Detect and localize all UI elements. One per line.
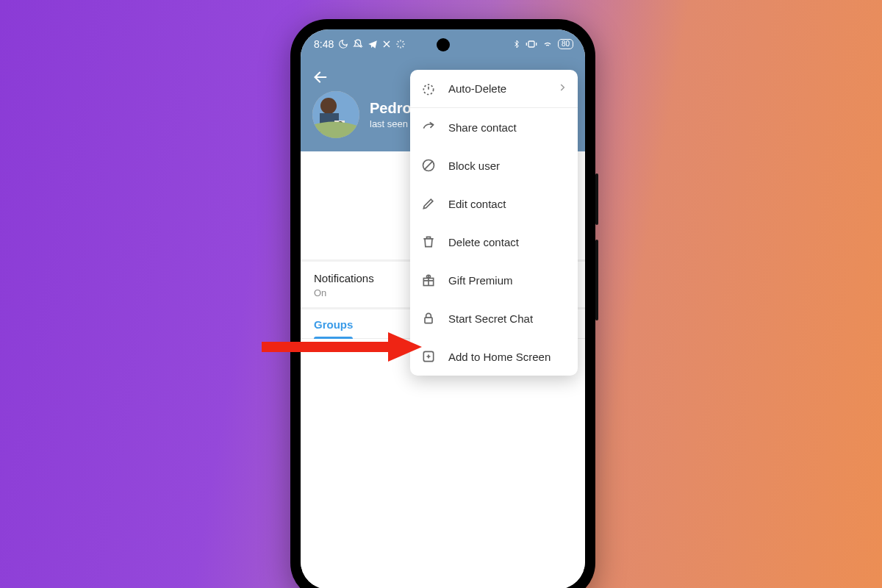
timer-icon	[420, 81, 437, 97]
menu-label: Add to Home Screen	[448, 351, 551, 363]
menu-start-secret-chat[interactable]: Start Secret Chat	[410, 299, 578, 337]
block-icon	[420, 157, 437, 173]
x-icon	[382, 40, 391, 49]
add-home-icon	[420, 348, 437, 365]
menu-label: Delete contact	[448, 236, 519, 248]
last-seen-label: last seen	[370, 118, 412, 129]
svg-rect-19	[425, 318, 432, 323]
svg-point-8	[320, 98, 337, 114]
phone-camera-hole	[437, 38, 450, 51]
dnd-icon	[353, 39, 363, 49]
menu-label: Block user	[448, 159, 500, 172]
gift-icon	[420, 272, 437, 288]
bluetooth-icon	[512, 39, 521, 49]
menu-label: Auto-Delete	[448, 82, 506, 95]
lock-icon	[420, 310, 437, 326]
svg-rect-3	[528, 41, 534, 47]
svg-marker-24	[388, 332, 422, 362]
phone-side-button	[595, 240, 598, 320]
avatar[interactable]	[312, 91, 359, 138]
pencil-icon	[420, 196, 437, 212]
battery-level: 80	[562, 40, 570, 49]
context-menu: Auto-Delete Share contact Block user	[410, 70, 578, 376]
menu-gift-premium[interactable]: Gift Premium	[410, 261, 578, 299]
wifi-icon	[542, 39, 553, 49]
tab-label: Groups	[314, 318, 353, 331]
phone-side-button	[595, 173, 598, 225]
menu-label: Gift Premium	[448, 274, 513, 287]
menu-edit-contact[interactable]: Edit contact	[410, 184, 578, 223]
gradient-background: 8:48	[0, 0, 882, 588]
annotation-arrow	[262, 331, 422, 363]
menu-label: Start Secret Chat	[448, 312, 533, 325]
menu-delete-contact[interactable]: Delete contact	[410, 223, 578, 261]
vibrate-icon	[526, 40, 537, 49]
moon-icon	[338, 39, 348, 49]
chevron-right-icon	[557, 82, 567, 95]
share-icon	[420, 119, 437, 135]
telegram-icon	[368, 39, 378, 49]
trash-icon	[420, 234, 437, 250]
back-button[interactable]	[309, 66, 331, 88]
contact-name: Pedro	[370, 100, 412, 117]
phone-frame: 8:48	[290, 19, 595, 588]
menu-block-user[interactable]: Block user	[410, 146, 578, 184]
battery-icon: 80	[558, 39, 573, 49]
menu-label: Share contact	[448, 121, 517, 134]
sync-icon	[395, 39, 406, 49]
menu-auto-delete[interactable]: Auto-Delete	[410, 70, 578, 108]
menu-add-home-screen[interactable]: Add to Home Screen	[410, 337, 578, 376]
menu-label: Edit contact	[448, 198, 506, 210]
svg-line-15	[424, 161, 433, 170]
menu-share-contact[interactable]: Share contact	[410, 108, 578, 146]
status-time: 8:48	[314, 38, 334, 50]
phone-screen: 8:48	[301, 29, 585, 588]
